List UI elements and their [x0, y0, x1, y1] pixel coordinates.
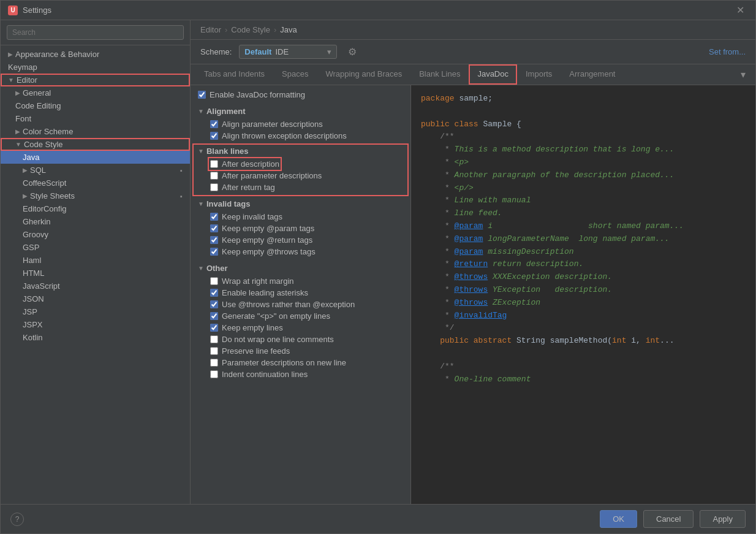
- blank-lines-section-header[interactable]: ▼ Blank lines: [198, 147, 403, 156]
- after-desc-checkbox[interactable]: [210, 160, 218, 168]
- code-line: * @param longParameterName long named pa…: [421, 233, 746, 246]
- sidebar-item-kotlin[interactable]: Kotlin: [1, 331, 190, 344]
- sidebar-item-general[interactable]: ▶ General: [1, 86, 190, 99]
- option-after-desc: After description: [198, 158, 403, 170]
- keep-empty-lines-checkbox[interactable]: [210, 324, 218, 332]
- sidebar-item-coffeescript[interactable]: CoffeeScript: [1, 177, 190, 189]
- tab-wrapping[interactable]: Wrapping and Braces: [317, 64, 410, 85]
- sidebar-item-code-editing[interactable]: Code Editing: [1, 99, 190, 112]
- scheme-settings-button[interactable]: ⚙: [344, 45, 360, 59]
- tab-blank-lines[interactable]: Blank Lines: [410, 64, 469, 85]
- scheme-row: Scheme: Default IDE ▾ ⚙ Set from...: [191, 40, 755, 64]
- search-box: [1, 20, 190, 45]
- arrow-icon: ▶: [23, 167, 28, 174]
- code-line: * @throws ZException: [421, 297, 746, 310]
- option-align-param: Align parameter descriptions: [198, 118, 403, 130]
- code-line: * Another paragraph of the description p…: [421, 169, 746, 182]
- align-param-checkbox[interactable]: [210, 120, 218, 128]
- sidebar-label: Appearance & Behavior: [15, 50, 99, 59]
- sidebar-item-javascript[interactable]: JavaScript: [1, 280, 190, 292]
- option-keep-empty-return: Keep empty @return tags: [198, 234, 403, 246]
- sidebar-label: EditorConfig: [23, 204, 67, 213]
- after-return-label: After return tag: [222, 183, 275, 192]
- tab-imports[interactable]: Imports: [517, 64, 561, 85]
- sidebar-item-color-scheme[interactable]: ▶ Color Scheme: [1, 125, 190, 138]
- tabs-more-icon[interactable]: ▾: [736, 66, 750, 83]
- sidebar-item-editor[interactable]: ▼ Editor: [1, 74, 190, 86]
- after-param-checkbox[interactable]: [210, 172, 218, 180]
- other-section-label: Other: [206, 264, 228, 273]
- code-line: [421, 348, 746, 360]
- sidebar-item-sql[interactable]: ▶ SQL ▪: [1, 164, 190, 177]
- tab-tabs-indents[interactable]: Tabs and Indents: [195, 64, 273, 85]
- align-thrown-checkbox[interactable]: [210, 132, 218, 140]
- sidebar-item-jspx[interactable]: JSPX: [1, 318, 190, 331]
- code-line: * @return return description.: [421, 258, 746, 271]
- invalid-tags-section-header[interactable]: ▼ Invalid tags: [198, 199, 403, 208]
- sidebar-label: GSP: [23, 243, 39, 252]
- collapse-arrow-icon: ▼: [198, 148, 204, 154]
- indent-continuation-checkbox[interactable]: [210, 370, 218, 378]
- wrap-right-checkbox[interactable]: [210, 277, 218, 285]
- keep-invalid-checkbox[interactable]: [210, 213, 218, 221]
- tab-arrangement[interactable]: Arrangement: [561, 64, 624, 85]
- collapse-arrow-icon: ▼: [198, 108, 204, 115]
- enable-javadoc-checkbox[interactable]: [198, 91, 206, 99]
- alignment-section-label: Alignment: [206, 107, 246, 116]
- tab-spaces[interactable]: Spaces: [273, 64, 317, 85]
- p-empty-checkbox[interactable]: [210, 312, 218, 320]
- code-line: * @throws YException description.: [421, 284, 746, 297]
- sidebar-label: JSON: [23, 294, 44, 303]
- after-return-checkbox[interactable]: [210, 183, 218, 191]
- sidebar-item-java[interactable]: Java: [1, 151, 190, 164]
- sidebar-item-style-sheets[interactable]: ▶ Style Sheets ▪: [1, 189, 190, 202]
- code-line: */: [421, 322, 746, 335]
- breadcrumb-code-style[interactable]: Code Style: [231, 25, 270, 34]
- leading-asterisks-checkbox[interactable]: [210, 289, 218, 297]
- help-button[interactable]: ?: [10, 513, 24, 526]
- arrow-icon: ▼: [15, 141, 21, 148]
- sidebar-label: Kotlin: [23, 333, 43, 342]
- sidebar-item-keymap[interactable]: Keymap: [1, 61, 190, 74]
- sidebar-item-json[interactable]: JSON: [1, 292, 190, 305]
- throws-exception-checkbox[interactable]: [210, 300, 218, 308]
- sidebar-item-gsp[interactable]: GSP: [1, 241, 190, 254]
- other-section-header[interactable]: ▼ Other: [198, 264, 403, 273]
- ok-button[interactable]: OK: [600, 510, 637, 528]
- after-desc-outline-wrapper: After description: [210, 159, 279, 169]
- preserve-feeds-checkbox[interactable]: [210, 347, 218, 355]
- right-panel: Editor › Code Style › Java Scheme: Defau…: [191, 20, 755, 504]
- app-icon: U: [8, 6, 18, 15]
- apply-button[interactable]: Apply: [700, 510, 746, 528]
- tabs-row: Tabs and Indents Spaces Wrapping and Bra…: [191, 64, 755, 85]
- sidebar-label: Editor: [17, 75, 37, 85]
- search-input[interactable]: [7, 25, 184, 40]
- cancel-button[interactable]: Cancel: [643, 510, 694, 528]
- keep-empty-throws-checkbox[interactable]: [210, 248, 218, 256]
- sidebar-item-html[interactable]: HTML: [1, 267, 190, 280]
- tab-javadoc[interactable]: JavaDoc: [469, 64, 517, 85]
- breadcrumb: Editor › Code Style › Java: [191, 20, 755, 40]
- sidebar-item-font[interactable]: Font: [1, 112, 190, 125]
- set-from-button[interactable]: Set from...: [709, 47, 746, 56]
- sidebar-item-haml[interactable]: Haml: [1, 254, 190, 267]
- sidebar-item-code-style[interactable]: ▼ Code Style: [1, 138, 190, 151]
- sidebar-item-appearance[interactable]: ▶ Appearance & Behavior: [1, 48, 190, 61]
- sidebar-item-jsp[interactable]: JSP: [1, 305, 190, 318]
- no-wrap-one-line-checkbox[interactable]: [210, 335, 218, 343]
- breadcrumb-editor[interactable]: Editor: [200, 25, 221, 34]
- param-new-line-checkbox[interactable]: [210, 359, 218, 367]
- sidebar-item-editorconfig[interactable]: EditorConfig: [1, 202, 190, 215]
- alignment-section-header[interactable]: ▼ Alignment: [198, 107, 403, 116]
- keep-empty-param-checkbox[interactable]: [210, 224, 218, 232]
- code-line: [421, 105, 746, 118]
- main-content: ▶ Appearance & Behavior Keymap ▼ Editor …: [1, 20, 755, 504]
- after-param-label: After parameter descriptions: [222, 171, 322, 180]
- close-button[interactable]: ✕: [733, 3, 748, 17]
- code-preview: package sample; public class Sample { /*…: [411, 85, 755, 504]
- sidebar-item-groovy[interactable]: Groovy: [1, 228, 190, 241]
- scheme-select[interactable]: Default IDE ▾: [239, 45, 337, 59]
- option-param-new-line: Parameter descriptions on new line: [198, 357, 403, 368]
- sidebar-item-gherkin[interactable]: Gherkin: [1, 215, 190, 228]
- keep-empty-return-checkbox[interactable]: [210, 236, 218, 244]
